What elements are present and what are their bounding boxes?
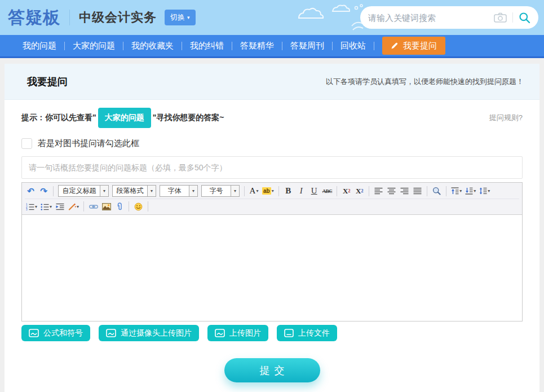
search-icon[interactable] — [519, 12, 530, 24]
search-divider — [512, 12, 513, 23]
font-family-dropdown[interactable]: 字体 ▾ — [160, 185, 198, 197]
emoticon-button[interactable] — [132, 200, 144, 213]
hint-prefix: 提示：你可以先查看" — [21, 113, 96, 123]
chevron-down-icon: ▾ — [272, 188, 274, 193]
search-input[interactable] — [368, 13, 494, 23]
picture-icon — [106, 329, 116, 337]
italic-button[interactable]: I — [295, 185, 307, 197]
picture-icon — [215, 329, 225, 337]
underline-button[interactable]: U — [308, 185, 320, 197]
card-header: 我要提问 以下各项请学员认真填写，以便老师能快速的找到提问原题！ — [5, 64, 539, 100]
unordered-list-icon — [41, 203, 49, 210]
question-title-input[interactable] — [21, 156, 523, 179]
spacing-top-icon — [451, 187, 459, 195]
redo-button[interactable]: ↷ — [38, 185, 50, 197]
page-title: 我要提问 — [27, 75, 68, 89]
attachment-button[interactable] — [113, 200, 125, 213]
hint-row: 提示：你可以先查看" 大家的问题 "寻找你想要的答案~ 提问规则? — [21, 108, 523, 128]
magnifier-preview-icon — [432, 187, 441, 195]
paragraph-format-dropdown[interactable]: 段落格式 ▾ — [112, 185, 156, 197]
image-icon — [102, 203, 111, 210]
upload-file-button[interactable]: 上传文件 — [277, 325, 337, 341]
align-center-icon — [387, 187, 396, 195]
nav-recycle-bin[interactable]: 回收站 — [333, 41, 374, 51]
main-nav: 我的问题 大家的问题 我的收藏夹 我的纠错 答疑精华 答疑周刊 回收站 我要提问 — [0, 35, 544, 58]
highlight-color-button[interactable]: ab ▾ — [261, 185, 275, 197]
indent-icon — [56, 203, 64, 210]
nav-my-corrections[interactable]: 我的纠错 — [182, 41, 232, 51]
nav-my-questions[interactable]: 我的问题 — [15, 41, 64, 51]
app-header: 答疑板 中级会计实务 切换 ▾ — [0, 0, 544, 35]
content-card: 我要提问 以下各项请学员认真填写，以便老师能快速的找到提问原题！ 提示：你可以先… — [5, 64, 539, 392]
camera-upload-button[interactable]: 通过摄像头上传图片 — [99, 325, 199, 341]
magic-wand-icon — [68, 203, 76, 210]
picture-icon — [29, 329, 39, 337]
file-icon — [284, 329, 294, 337]
align-justify-icon — [413, 187, 422, 195]
smiley-icon — [134, 202, 143, 211]
ask-question-button[interactable]: 我要提问 — [382, 37, 445, 55]
editor-toolbar: ↶ ↷ 自定义标题 ▾ 段落格式 ▾ 字体 ▾ — [22, 183, 522, 215]
toolbar-row-2: 1 2 3 ▾ ▾ — [25, 199, 519, 214]
line-height-dropdown[interactable]: ▾ — [478, 185, 491, 197]
submit-button[interactable]: 提交 — [224, 358, 320, 382]
align-center-button[interactable] — [386, 185, 397, 197]
upload-actions: 公式和符号 通过摄像头上传图片 上传图片 — [21, 325, 523, 341]
editor-content-area[interactable] — [22, 215, 522, 321]
ordered-list-dropdown[interactable]: 1 2 3 ▾ — [25, 200, 38, 213]
line-height-icon — [479, 187, 487, 195]
link-icon — [89, 204, 98, 210]
undo-button[interactable]: ↶ — [25, 185, 37, 197]
switch-course-button[interactable]: 切换 ▾ — [165, 10, 196, 25]
subscript-button[interactable]: X2 — [353, 185, 365, 197]
align-justify-button[interactable] — [412, 185, 423, 197]
font-size-dropdown[interactable]: 字号 ▾ — [201, 185, 240, 197]
card-body: 提示：你可以先查看" 大家的问题 "寻找你想要的答案~ 提问规则? 若是对图书提… — [5, 108, 539, 382]
indent-button[interactable] — [54, 200, 66, 213]
chevron-down-icon: ▾ — [256, 188, 258, 193]
course-title: 中级会计实务 — [79, 9, 157, 26]
everyones-questions-button[interactable]: 大家的问题 — [98, 108, 151, 128]
app-screen: 答疑板 中级会计实务 切换 ▾ — [0, 0, 544, 392]
chevron-down-icon: ▾ — [231, 186, 239, 196]
hint-suffix: "寻找你想要的答案~ — [153, 113, 224, 123]
page-subtitle: 以下各项请学员认真填写，以便老师能快速的找到提问原题！ — [326, 77, 524, 87]
align-right-icon — [400, 187, 409, 195]
paragraph-spacing-top-dropdown[interactable]: ▾ — [450, 185, 463, 197]
align-left-button[interactable] — [373, 185, 384, 197]
logo-divider — [69, 10, 70, 25]
insert-image-button[interactable] — [100, 200, 112, 213]
chevron-down-icon: ▾ — [35, 204, 37, 209]
nav-qa-weekly[interactable]: 答疑周刊 — [282, 41, 332, 51]
chevron-down-icon: ▾ — [147, 186, 156, 196]
app-logo[interactable]: 答疑板 — [8, 6, 60, 29]
nav-qa-highlights[interactable]: 答疑精华 — [232, 41, 282, 51]
format-wand-dropdown[interactable]: ▾ — [67, 200, 80, 213]
book-question-checkbox[interactable] — [21, 138, 32, 149]
insert-link-button[interactable] — [87, 200, 99, 213]
strikethrough-button[interactable]: ABC — [321, 185, 334, 197]
pencil-icon — [391, 42, 399, 50]
chevron-down-icon: ▾ — [459, 188, 462, 193]
question-rules-link[interactable]: 提问规则? — [489, 113, 523, 123]
nav-my-favorites[interactable]: 我的收藏夹 — [123, 41, 182, 51]
switch-label: 切换 — [170, 12, 185, 23]
ordered-list-icon: 1 2 3 — [26, 203, 34, 210]
formula-symbols-button[interactable]: 公式和符号 — [21, 325, 90, 341]
nav-divider — [374, 42, 374, 50]
bold-button[interactable]: B — [282, 185, 294, 197]
superscript-button[interactable]: X2 — [340, 185, 352, 197]
camera-search-icon[interactable] — [494, 12, 507, 23]
submit-row: 提交 — [21, 358, 523, 382]
heading-dropdown[interactable]: 自定义标题 ▾ — [58, 185, 109, 197]
chevron-down-icon: ▾ — [187, 15, 190, 20]
preview-button[interactable] — [431, 185, 443, 197]
nav-everyones-questions[interactable]: 大家的问题 — [65, 41, 123, 51]
font-color-button[interactable]: A ▾ — [248, 185, 260, 197]
upload-image-button[interactable]: 上传图片 — [207, 325, 268, 341]
unordered-list-dropdown[interactable]: ▾ — [39, 200, 53, 213]
paragraph-spacing-bottom-dropdown[interactable]: ▾ — [464, 185, 477, 197]
align-right-button[interactable] — [399, 185, 410, 197]
rich-text-editor: ↶ ↷ 自定义标题 ▾ 段落格式 ▾ 字体 ▾ — [21, 182, 523, 321]
chevron-down-icon: ▾ — [100, 186, 108, 196]
